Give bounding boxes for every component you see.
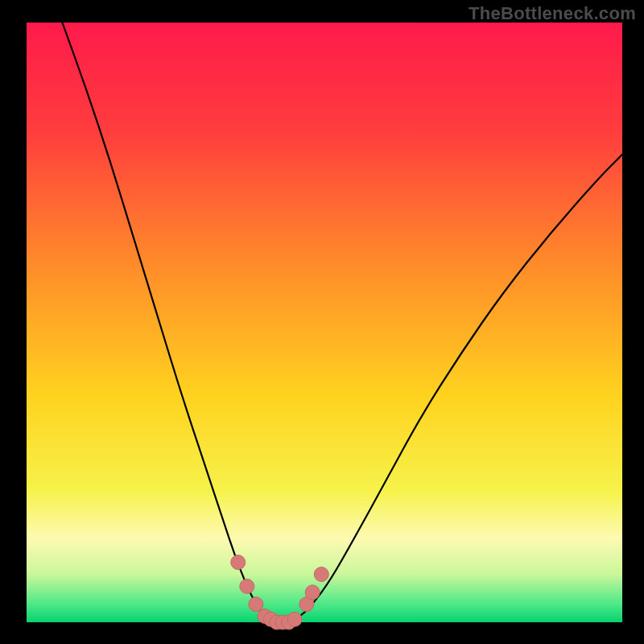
attribution-watermark: TheBottleneck.com xyxy=(469,3,636,24)
valley-marker xyxy=(231,555,246,570)
valley-marker xyxy=(314,567,328,581)
valley-marker xyxy=(249,597,263,612)
bottleneck-chart xyxy=(0,0,644,644)
valley-marker xyxy=(287,612,302,626)
valley-marker xyxy=(305,585,320,600)
valley-marker xyxy=(240,579,254,593)
plot-background xyxy=(27,23,622,622)
